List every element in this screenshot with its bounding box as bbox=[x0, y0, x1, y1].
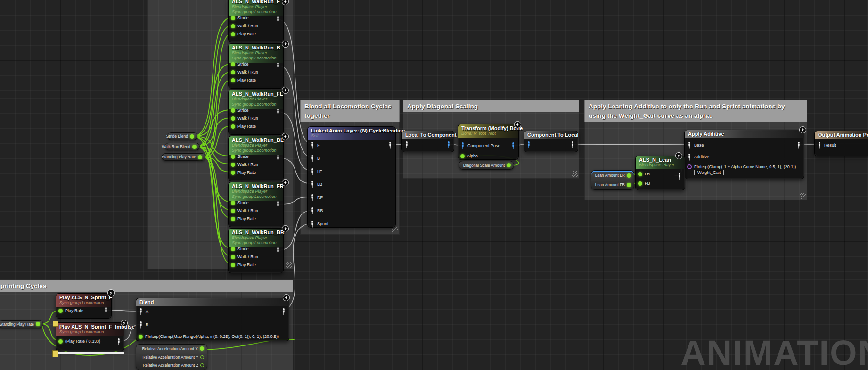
node-header: Blend bbox=[136, 298, 289, 306]
pin-walk-run[interactable]: Walk / Run bbox=[231, 206, 258, 215]
node-subtitle: Blendspace Player bbox=[232, 97, 280, 102]
pose-person-icon bbox=[116, 338, 121, 345]
relative-accel-group[interactable]: Relative Acceleration Amount XRelative A… bbox=[136, 344, 207, 370]
pin-pose[interactable] bbox=[276, 247, 280, 255]
node-als-n-lean[interactable]: ALS_N_LeanBlendspace PlayerLRFB bbox=[635, 156, 685, 190]
node-title: Local To Component bbox=[405, 132, 450, 138]
node-transform-modify-bone[interactable]: Transform (Modify) BoneBone: ik_foot_roo… bbox=[458, 124, 519, 160]
variable-pill-stride-blend[interactable]: Stride Blend bbox=[167, 132, 197, 140]
value-pin-icon bbox=[198, 155, 202, 159]
variable-pill-walk-run-blend[interactable]: Walk Run Blend bbox=[165, 143, 200, 150]
pin-play-rate[interactable]: Play Rate bbox=[58, 306, 83, 315]
variable-pill-standing-play-rate[interactable]: Standing Play Rate bbox=[0, 320, 43, 328]
pin-finterp-clamp-1-alpha-curve-name-0-5-1-20-1[interactable]: FInterp(Clamp(-1 + Alpha Curve Name, 0.5… bbox=[687, 164, 796, 179]
node-apply-additive[interactable]: Apply AdditiveBaseAdditiveFInterp(Clamp(… bbox=[684, 130, 804, 179]
node-header: Apply Additive bbox=[685, 130, 804, 138]
pin-pose[interactable] bbox=[446, 140, 451, 149]
value-pin-icon bbox=[58, 309, 63, 313]
pin-walk-run[interactable]: Walk / Run bbox=[231, 114, 258, 123]
pin-rf[interactable]: RF bbox=[310, 193, 323, 202]
pin-pose[interactable] bbox=[388, 141, 393, 149]
node-blend[interactable]: BlendABFInterp(Clamp(Map Range(Alpha, in… bbox=[136, 298, 289, 341]
pin-pose[interactable] bbox=[511, 141, 516, 150]
pill-row-lean-amount-fb[interactable]: Lean Amount FB bbox=[591, 180, 634, 189]
pin-sprint[interactable]: Sprint bbox=[310, 220, 328, 228]
node-local-to-component[interactable]: Local To Component bbox=[401, 131, 454, 152]
pill-row-relative-acceleration-amount-x[interactable]: Relative Acceleration Amount X bbox=[136, 345, 207, 353]
node-als-n-walkrun-fr[interactable]: ALS_N_WalkRun_FRBlendspace PlayerSync gr… bbox=[228, 182, 284, 227]
pin-play-rate[interactable]: Play Rate bbox=[231, 214, 256, 223]
pin-pose[interactable] bbox=[526, 140, 531, 149]
variable-pill-standing-play-rate[interactable]: Standing Play Rate bbox=[162, 153, 205, 161]
pin-finterp-clamp-map-range-alpha-in-0-0-25-out-0-1-0-1-20-0-5[interactable]: FInterp(Clamp(Map Range(Alpha, in(0: 0.2… bbox=[139, 332, 279, 341]
pin-stride[interactable]: Stride bbox=[231, 106, 249, 115]
node-als-n-walkrun-br[interactable]: ALS_N_WalkRun_BRBlendspace PlayerSync gr… bbox=[228, 228, 284, 273]
pin-walk-run[interactable]: Walk / Run bbox=[231, 160, 258, 169]
pill-row-lean-amount-lr[interactable]: Lean Amount LR bbox=[591, 171, 634, 180]
pin-pose[interactable] bbox=[677, 172, 682, 181]
fast-path-lightning-icon bbox=[282, 225, 289, 232]
pin-result[interactable]: Result bbox=[817, 141, 836, 149]
pin-play-rate[interactable]: Play Rate bbox=[231, 76, 256, 84]
node-title: ALS_N_WalkRun_F bbox=[232, 0, 280, 4]
node-linked-anim-layer-n-cycleblending[interactable]: Linked Anim Layer: (N) CycleBlendingSelf… bbox=[307, 126, 396, 228]
pin-lf[interactable]: LF bbox=[310, 167, 322, 176]
pin-pose[interactable] bbox=[116, 337, 121, 346]
pin-stride[interactable]: Stride bbox=[231, 245, 249, 253]
pin-play-rate[interactable]: Play Rate bbox=[231, 168, 256, 177]
node-play-als-n-sprint-f-impulse[interactable]: Play ALS_N_Sprint_F_ImpulseSync group Lo… bbox=[56, 322, 124, 351]
pin-pose[interactable] bbox=[276, 16, 280, 24]
lean-amount-group[interactable]: Lean Amount LRLean Amount FB bbox=[591, 170, 634, 190]
node-component-to-local[interactable]: Component To Local bbox=[524, 131, 578, 152]
node-als-n-walkrun-bl[interactable]: ALS_N_WalkRun_BLBlendspace PlayerSync gr… bbox=[228, 136, 284, 181]
pin-stride[interactable]: Stride bbox=[231, 152, 249, 161]
node-als-n-walkrun-fl[interactable]: ALS_N_WalkRun_FLBlendspace PlayerSync gr… bbox=[228, 90, 284, 135]
pin-b[interactable]: B bbox=[310, 154, 320, 163]
pill-row-relative-acceleration-amount-z[interactable]: Relative Acceleration Amount Z bbox=[136, 361, 207, 370]
pin-label: LR bbox=[645, 172, 650, 176]
pin-b[interactable]: B bbox=[139, 321, 148, 329]
pin-lr[interactable]: LR bbox=[638, 170, 650, 178]
pin-pose[interactable] bbox=[796, 141, 801, 149]
graph-canvas[interactable]: ANIMATION Blend all Locomotion Cycles to… bbox=[0, 0, 868, 370]
pin-play-rate[interactable]: Play Rate bbox=[231, 261, 256, 269]
node-play-als-n-sprint-f[interactable]: Play ALS_N_Sprint_FSync group Locomotion… bbox=[56, 293, 112, 319]
pin-pose[interactable] bbox=[104, 306, 108, 315]
pose-person-icon bbox=[276, 109, 280, 116]
node-als-n-walkrun-b[interactable]: ALS_N_WalkRun_BBlendspace PlayerSync gro… bbox=[228, 43, 284, 89]
pin-walk-run[interactable]: Walk / Run bbox=[231, 253, 258, 261]
pin-f[interactable]: F bbox=[310, 141, 320, 149]
pin-base[interactable]: Base bbox=[687, 141, 704, 149]
pin-pose[interactable] bbox=[570, 140, 575, 149]
pin-pose[interactable] bbox=[276, 154, 280, 163]
pin-play-rate[interactable]: Play Rate bbox=[231, 122, 256, 131]
pin-pose[interactable] bbox=[276, 108, 280, 116]
pin-a[interactable]: A bbox=[139, 307, 148, 316]
pin-additive[interactable]: Additive bbox=[687, 153, 709, 161]
pin-pose[interactable] bbox=[404, 140, 409, 149]
pin-walk-run[interactable]: Walk / Run bbox=[231, 68, 258, 76]
pin-stride[interactable]: Stride bbox=[231, 14, 249, 22]
variable-pill-diagonal-scale-amount[interactable]: Diagonal Scale Amount bbox=[459, 161, 514, 170]
pin-play-rate-0-333[interactable]: (Play Rate / 0.333) bbox=[58, 337, 100, 345]
pin-pose[interactable] bbox=[276, 62, 280, 70]
pin-fb[interactable]: FB bbox=[638, 179, 650, 188]
pin-walk-run[interactable]: Walk / Run bbox=[231, 22, 258, 30]
pin-rb[interactable]: RB bbox=[310, 206, 323, 215]
pin-stride[interactable]: Stride bbox=[231, 60, 249, 68]
pin-play-rate[interactable]: Play Rate bbox=[231, 30, 256, 38]
value-pin-icon bbox=[231, 24, 235, 28]
node-output-animation-pose[interactable]: Output Animation PoseResult bbox=[814, 131, 868, 156]
pin-label: Play Rate bbox=[237, 170, 256, 175]
pose-person-icon bbox=[511, 142, 516, 149]
pin-pose[interactable] bbox=[281, 307, 286, 316]
pin-component-pose[interactable]: Component Pose bbox=[460, 141, 500, 150]
pin-stride[interactable]: Stride bbox=[231, 198, 249, 207]
pin-alpha[interactable]: Alpha bbox=[460, 152, 478, 160]
pin-lb[interactable]: LB bbox=[310, 180, 322, 189]
pin-label: Play Rate bbox=[237, 32, 256, 36]
pill-row-relative-acceleration-amount-y[interactable]: Relative Acceleration Amount Y bbox=[136, 353, 207, 362]
curve-name-box[interactable]: Weight_Gait bbox=[694, 170, 724, 175]
node-als-n-walkrun-f[interactable]: ALS_N_WalkRun_FBlendspace PlayerSync gro… bbox=[228, 0, 284, 42]
pin-pose[interactable] bbox=[276, 200, 280, 209]
